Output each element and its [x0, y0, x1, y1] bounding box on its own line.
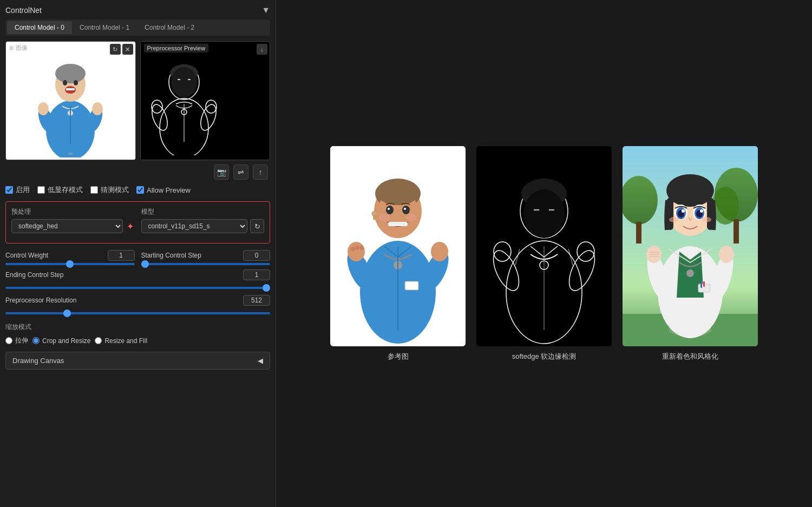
preprocessor-label: 预处理 — [11, 207, 135, 216]
softedge-svg — [476, 146, 612, 346]
enable-checkbox-input[interactable] — [5, 186, 13, 194]
anime-img — [623, 146, 758, 346]
starting-step-slider[interactable] — [141, 263, 271, 265]
output-image-anime: 重新着色和风格化 — [623, 146, 758, 361]
scale-stretch-label: 拉伸 — [15, 336, 28, 345]
drawing-canvas-bar[interactable]: Drawing Canvas ◀ — [5, 352, 270, 370]
svg-point-39 — [359, 246, 364, 250]
source-image-controls: ↻ ✕ — [110, 44, 133, 55]
low-vram-checkbox-input[interactable] — [37, 186, 45, 194]
control-weight-slider[interactable] — [5, 263, 135, 265]
panel-header: ControlNet ▼ — [5, 5, 270, 15]
download-preview-button[interactable]: ↓ — [257, 44, 267, 55]
close-source-button[interactable]: ✕ — [122, 44, 133, 55]
model-label: 模型 — [141, 207, 265, 216]
svg-point-17 — [171, 67, 197, 97]
checkbox-row: 启用 低显存模式 猜测模式 Allow Preview — [5, 185, 270, 195]
svg-point-31 — [373, 215, 376, 220]
preprocessor-select[interactable]: softedge_hed softedge_hedsafe softedge_p… — [11, 219, 123, 233]
allow-preview-label: Allow Preview — [147, 186, 191, 194]
source-image-content — [6, 42, 135, 160]
scale-mode-radio-row: 拉伸 Crop and Resize Resize and Fill — [5, 336, 270, 345]
panel-title: ControlNet — [5, 6, 42, 15]
svg-point-41 — [376, 179, 420, 205]
scale-fill-option[interactable]: Resize and Fill — [95, 336, 147, 345]
scale-stretch-radio[interactable] — [5, 337, 12, 344]
panel-arrow[interactable]: ▼ — [261, 5, 270, 15]
starting-step-header: Starting Control Step 0 — [141, 250, 271, 261]
scale-crop-option[interactable]: Crop and Resize — [32, 336, 90, 345]
svg-rect-86 — [707, 197, 713, 230]
toolbar-row: 📷 ⇌ ↑ — [5, 164, 270, 180]
svg-point-43 — [386, 206, 394, 214]
svg-point-36 — [431, 242, 448, 261]
scale-stretch-option[interactable]: 拉伸 — [5, 336, 28, 345]
arrow-up-button[interactable]: ↑ — [253, 164, 268, 180]
svg-rect-51 — [405, 281, 418, 290]
preprocessor-model-section: 预处理 softedge_hed softedge_hedsafe softed… — [5, 201, 270, 243]
softedge-img — [476, 146, 612, 346]
svg-point-84 — [666, 174, 714, 207]
scale-fill-label: Resize and Fill — [104, 337, 147, 345]
output-caption-ref: 参考图 — [388, 352, 409, 361]
tab-control-model-2[interactable]: Control Model - 2 — [137, 21, 202, 34]
model-select[interactable]: control_v11p_sd15_s — [141, 219, 248, 233]
ending-step-value: 1 — [243, 269, 270, 280]
preprocessor-field: 预处理 softedge_hed softedge_hedsafe softed… — [11, 207, 135, 233]
scale-crop-label: Crop and Resize — [42, 337, 90, 345]
nurse-photo-svg — [27, 44, 114, 157]
tab-control-model-0[interactable]: Control Model - 0 — [7, 21, 72, 34]
preprocessor-fire-button[interactable]: ✦ — [126, 221, 135, 232]
model-field: 模型 control_v11p_sd15_s ↻ — [141, 207, 265, 233]
scale-crop-radio[interactable] — [32, 337, 40, 344]
swap-button[interactable]: ⇌ — [233, 164, 248, 180]
svg-point-44 — [402, 206, 410, 214]
guess-mode-checkbox[interactable]: 猜测模式 — [90, 185, 129, 195]
allow-preview-checkbox-input[interactable] — [136, 186, 144, 194]
scale-mode-section: 缩放模式 拉伸 Crop and Resize Resize and Fill — [5, 322, 270, 345]
enable-checkbox[interactable]: 启用 — [5, 185, 30, 195]
ending-step-slider[interactable] — [5, 287, 270, 289]
ending-step-label: Ending Control Step — [5, 271, 63, 279]
svg-point-45 — [388, 208, 390, 210]
resolution-section: Preprocessor Resolution 512 — [5, 295, 270, 316]
dual-slider-container: Control Weight 1 Starting Control Step 0 — [5, 250, 270, 265]
allow-preview-checkbox[interactable]: Allow Preview — [136, 186, 191, 194]
drawing-canvas-label: Drawing Canvas — [12, 357, 64, 365]
svg-point-46 — [404, 208, 406, 210]
left-panel: ControlNet ▼ Control Model - 0 Control M… — [0, 0, 276, 507]
low-vram-checkbox[interactable]: 低显存模式 — [37, 185, 83, 195]
refresh-source-button[interactable]: ↻ — [110, 44, 121, 55]
source-image-box[interactable]: ⊞ 图像 ↻ ✕ — [5, 41, 136, 160]
svg-point-93 — [682, 209, 685, 213]
sketch-svg — [141, 42, 227, 155]
camera-button[interactable]: 📷 — [214, 164, 229, 180]
ref-nurse-svg — [330, 146, 466, 346]
preview-sketch-content — [141, 42, 270, 160]
svg-point-97 — [686, 269, 694, 277]
ref-photo — [330, 146, 466, 346]
model-select-row: control_v11p_sd15_s ↻ — [141, 219, 265, 233]
resolution-label: Preprocessor Resolution — [5, 297, 76, 304]
output-image-box-softedge — [476, 146, 612, 346]
control-weight-field: Control Weight 1 — [5, 250, 135, 265]
image-row: ⊞ 图像 ↻ ✕ — [5, 41, 270, 160]
resolution-slider[interactable] — [5, 312, 270, 314]
output-image-box-anime — [623, 146, 758, 346]
control-weight-label: Control Weight — [5, 252, 48, 259]
tab-control-model-1[interactable]: Control Model - 1 — [72, 21, 137, 34]
preview-image-box[interactable]: Preprocessor Preview ↓ — [140, 41, 271, 160]
scale-fill-radio[interactable] — [95, 337, 102, 344]
svg-point-6 — [38, 102, 49, 115]
preview-image-label: Preprocessor Preview — [144, 44, 209, 52]
image-icon: ⊞ — [9, 45, 14, 51]
output-caption-anime: 重新着色和风格化 — [662, 352, 718, 361]
guess-mode-checkbox-input[interactable] — [90, 186, 98, 194]
source-image-label: ⊞ 图像 — [9, 44, 28, 52]
svg-rect-9 — [66, 88, 75, 90]
svg-rect-71 — [734, 219, 739, 243]
model-refresh-button[interactable]: ↻ — [250, 219, 264, 233]
drawing-canvas-arrow: ◀ — [258, 357, 263, 365]
svg-point-3 — [55, 64, 86, 83]
svg-rect-69 — [636, 222, 641, 243]
